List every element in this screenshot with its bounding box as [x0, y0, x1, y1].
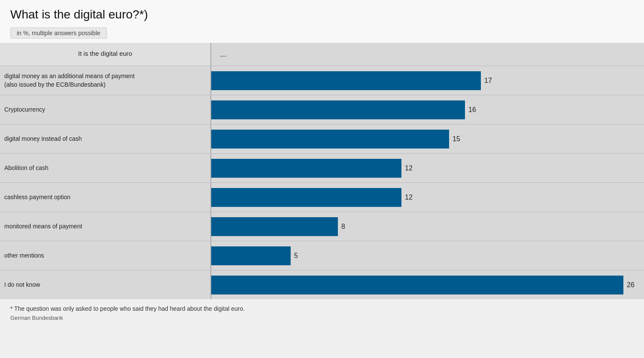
bar-value: 26: [627, 281, 635, 289]
column-header-right: ...: [211, 43, 644, 66]
row-label: Abolition of cash: [0, 160, 210, 177]
subtitle-badge: in %, multiple answers possible: [10, 27, 107, 39]
row-label: I do not know: [0, 276, 210, 294]
bar: [211, 130, 449, 149]
bar-cell: 5: [211, 242, 644, 270]
page-wrapper: What is the digital euro?*) in %, multip…: [0, 0, 644, 324]
footnote: * The question was only asked to people …: [10, 305, 634, 312]
bar-value: 8: [341, 223, 345, 231]
bar-cell: 8: [211, 213, 644, 240]
bar: [211, 217, 338, 236]
bar-value: 17: [484, 77, 492, 85]
bar-cell: 17: [211, 67, 644, 94]
bar: [211, 188, 401, 207]
bar: [211, 276, 623, 294]
header-section: What is the digital euro?*) in %, multip…: [0, 0, 644, 43]
bar-value: 12: [405, 194, 413, 201]
chart-row: digital money instead of cash15: [0, 124, 644, 153]
bar-cell: 26: [211, 271, 644, 299]
bar-cell: 16: [211, 96, 644, 124]
bar: [211, 71, 481, 90]
row-label: digital money as an additional means of …: [0, 68, 210, 93]
bar: [211, 100, 465, 119]
chart-title: What is the digital euro?*): [10, 8, 634, 21]
bar: [211, 159, 401, 178]
chart-rows: digital money as an additional means of …: [0, 66, 644, 299]
row-label: cashless payment option: [0, 189, 210, 206]
row-label: monitored means of payment: [0, 218, 210, 235]
bar-value: 12: [405, 164, 413, 172]
row-label: other mentions: [0, 247, 210, 264]
row-label: digital money instead of cash: [0, 130, 210, 148]
chart-row: Abolition of cash12: [0, 153, 644, 182]
bar-cell: 12: [211, 155, 644, 182]
chart-row: Cryptocurrency16: [0, 95, 644, 124]
bar-value: 15: [453, 135, 460, 143]
chart-row: monitored means of payment8: [0, 212, 644, 241]
chart-row: other mentions5: [0, 241, 644, 270]
bar-cell: 12: [211, 184, 644, 211]
chart-row: cashless payment option12: [0, 182, 644, 212]
bar: [211, 246, 291, 265]
chart-row: digital money as an additional means of …: [0, 66, 644, 95]
column-header-left: It is the digital euro: [0, 43, 210, 66]
chart-area: It is the digital euro ... digital money…: [0, 43, 644, 299]
footer-section: * The question was only asked to people …: [0, 299, 644, 324]
chart-row: I do not know26: [0, 270, 644, 299]
bar-cell: 15: [211, 125, 644, 153]
source-label: German Bundesbank: [10, 315, 634, 321]
column-headers: It is the digital euro ...: [0, 43, 644, 66]
bar-value: 16: [468, 106, 476, 114]
row-label: Cryptocurrency: [0, 101, 210, 118]
bar-value: 5: [294, 252, 298, 260]
